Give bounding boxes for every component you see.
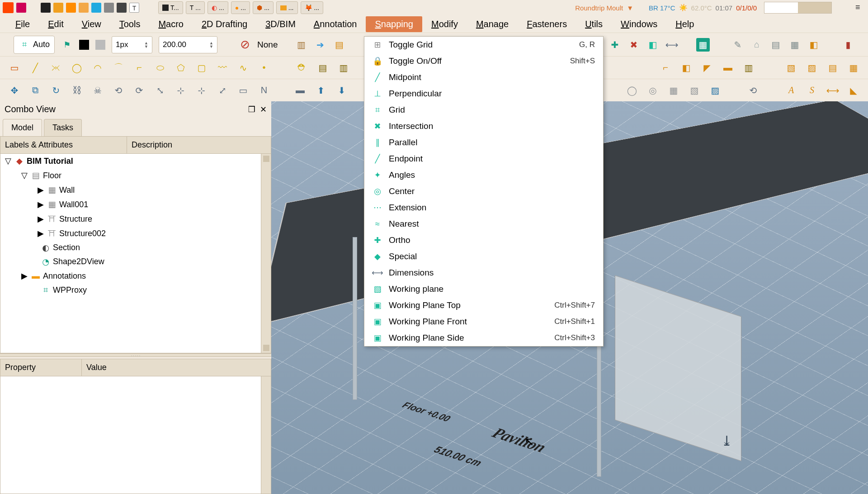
menu-view[interactable]: View [73,16,110,32]
menu-item-perpendicular[interactable]: ⊥Perpendicular [364,86,603,102]
arch-box1-icon[interactable]: ▧ [785,62,797,74]
spinner-arrows-icon[interactable]: ▲▼ [209,41,213,48]
menu-item-wp-top[interactable]: ▣Working Plane TopCtrl+Shift+7 [364,297,603,314]
mod-sketch-icon[interactable]: N [258,84,270,97]
tool-dim-icon[interactable]: ⟷ [665,38,678,51]
menu-2d-drafting[interactable]: 2D Drafting [193,16,256,32]
menu-item-ortho[interactable]: ✚Ortho [364,232,603,248]
draft-ellipse-icon[interactable]: ⬭ [154,62,166,74]
menu-annotation[interactable]: Annotation [305,16,366,32]
task-folder[interactable]: ... [276,1,298,14]
task-freecad[interactable]: ⬢... [253,1,274,14]
mod-rotate-icon[interactable]: ↻ [50,84,62,97]
menu-file[interactable]: File [6,16,39,32]
menu-item-special[interactable]: ◆Special [364,248,603,265]
menu-item-wp-side[interactable]: ▣Working Plane SideCtrl+Shift+3 [364,330,603,346]
arch-fence-icon[interactable]: ▥ [742,62,755,74]
tool-icon-2[interactable]: ➔ [314,38,326,51]
mod-copy-icon[interactable]: ⧉ [29,84,42,97]
color-swatch-black[interactable] [79,40,89,50]
menu-item-grid[interactable]: ⌗Grid [364,102,603,118]
menu-3d-bim[interactable]: 3D/BIM [256,16,305,32]
draft-rect2-icon[interactable]: ▢ [195,62,208,74]
task-text[interactable]: T... [186,1,205,14]
tool-cube-icon[interactable]: ◧ [646,38,659,51]
menu-item-parallel[interactable]: ∥Parallel [364,134,603,151]
panel-close-icon[interactable]: ✕ [260,104,267,114]
text-icon[interactable]: T [129,3,139,13]
tool-chart-icon[interactable]: ▮ [842,38,854,51]
blender-icon[interactable] [79,3,89,13]
mod-split-icon[interactable]: ⊹ [195,84,208,97]
menu-item-toggle-grid[interactable]: ⊞Toggle GridG, R [364,37,603,53]
draft-bspline-icon[interactable]: 〰 [216,62,229,74]
mod-scale-icon[interactable]: ⤢ [216,84,229,97]
inkscape-icon[interactable] [117,3,127,13]
task-terminal[interactable]: T... [158,1,183,14]
tool-icon-1[interactable]: ▥ [295,38,307,51]
view-sphere-icon[interactable]: ◯ [626,84,638,97]
task-gimp[interactable]: 🦊... [301,1,324,14]
sys-search-widget[interactable] [764,2,832,14]
value2-input[interactable]: 200.00 ▲▼ [159,36,217,53]
menu-snapping[interactable]: Snapping [366,16,422,32]
tool-orient-icon[interactable]: ◧ [807,38,820,51]
launcher-icon[interactable] [3,2,14,13]
tool-icon-3[interactable]: ▤ [333,38,345,51]
col-value[interactable]: Value [82,359,111,376]
color-swatch-gray[interactable] [95,40,105,50]
property-scrollbar[interactable] [261,376,271,494]
arch-project-icon[interactable]: ⛑ [296,62,308,74]
draft-arc-icon[interactable]: ◠ [91,62,104,74]
tree-section[interactable]: ◐Section [0,241,271,255]
menu-manage[interactable]: Manage [467,16,518,32]
panel-undock-icon[interactable]: ❐ [248,104,255,114]
workspace-counts[interactable]: 0/1/0/0 [736,4,757,12]
draft-line-icon[interactable]: ╱ [29,62,42,74]
mod-skull-icon[interactable]: ☠ [91,84,104,97]
menu-item-angles[interactable]: ✦Angles [364,167,603,183]
tool-view-icon[interactable]: ▦ [696,38,710,52]
files-icon[interactable] [53,3,63,13]
mod-up-icon[interactable]: ⬆ [315,84,327,97]
mod-stretch-icon[interactable]: ▭ [237,84,250,97]
menu-item-working-plane[interactable]: ▧Working plane [364,281,603,297]
mod-upgrade-icon[interactable]: ▬ [294,84,307,97]
tree-shape2d[interactable]: ◔Shape2DView [0,255,271,269]
menu-item-wp-front[interactable]: ▣Working Plane FrontCtrl+Shift+1 [364,314,603,330]
text-a-icon[interactable]: A [785,84,797,97]
arch-comp-icon[interactable]: ◧ [680,62,693,74]
tool-stack-icon[interactable]: ▤ [769,38,782,51]
construction-icon[interactable]: ⚑ [61,39,73,51]
draft-bezier-icon[interactable]: ∿ [237,62,250,74]
arch-folder-icon[interactable]: ▬ [722,62,734,74]
task-web2[interactable]: ●... [231,1,250,14]
draft-point-icon[interactable]: • [258,62,270,74]
tab-model[interactable]: Model [3,119,42,136]
firefox-icon[interactable] [66,3,76,13]
menu-item-nearest[interactable]: ≈Nearest [364,216,603,232]
menu-item-endpoint[interactable]: ╱Endpoint [364,151,603,167]
terminal-icon[interactable] [41,3,51,13]
mod-trimex-icon[interactable]: ⤡ [154,84,166,97]
tool-remove-icon[interactable]: ✖ [627,38,640,51]
tree-view[interactable]: ▽◆BIM Tutorial ▽▤Floor ▶▦Wall ▶▦Wall001 … [0,154,271,353]
menu-fasteners[interactable]: Fasteners [518,16,576,32]
tool-add-icon[interactable]: ✚ [609,38,621,51]
mod-move-icon[interactable]: ✥ [8,84,21,97]
menu-item-midpoint[interactable]: ╱Midpoint [364,69,603,86]
roundtrip-label[interactable]: Roundtrip Moult [575,4,623,12]
view-section-icon[interactable]: ⟲ [747,84,760,97]
tree-root[interactable]: ▽◆BIM Tutorial [0,154,271,168]
draft-rect-icon[interactable]: ▭ [8,62,21,74]
col-labels[interactable]: Labels & Attributes [0,137,127,153]
tree-floor[interactable]: ▽▤Floor [0,168,271,183]
view-cube2-icon[interactable]: ▧ [688,84,701,97]
auto-button[interactable]: ⌗ Auto [14,36,55,54]
menu-item-center[interactable]: ◎Center [364,183,603,200]
arch-site-icon[interactable]: ▤ [316,62,329,74]
property-body[interactable] [0,376,271,494]
tool-grid-icon[interactable]: ▦ [788,38,801,51]
task-web1[interactable]: ◐... [208,1,228,14]
menu-tools[interactable]: Tools [110,16,150,32]
